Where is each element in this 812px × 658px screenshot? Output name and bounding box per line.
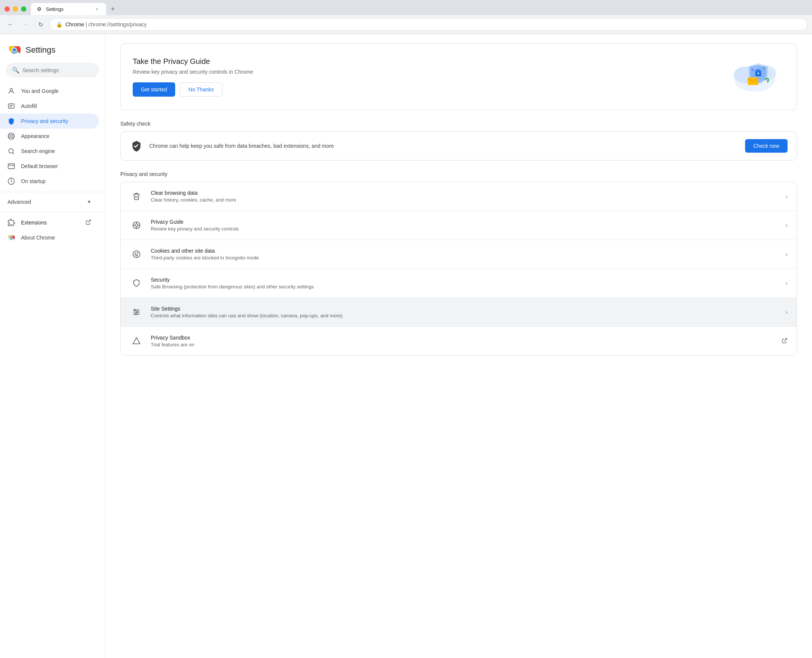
extensions-icon bbox=[8, 219, 15, 226]
new-tab-button[interactable]: + bbox=[108, 4, 118, 14]
svg-point-45 bbox=[135, 255, 135, 255]
svg-point-37 bbox=[135, 224, 138, 226]
chrome-logo-icon bbox=[8, 43, 21, 57]
check-now-button[interactable]: Check now bbox=[745, 139, 788, 153]
reload-button[interactable]: ↻ bbox=[34, 19, 47, 30]
sidebar-item-label: Privacy and security bbox=[21, 118, 68, 124]
svg-line-14 bbox=[9, 138, 10, 138]
security-shield-icon bbox=[130, 276, 143, 290]
chevron-right-icon: › bbox=[786, 251, 788, 257]
svg-point-42 bbox=[133, 251, 140, 258]
sidebar-item-default-browser[interactable]: Default browser bbox=[0, 159, 99, 174]
item-subtitle: Review key privacy and security controls bbox=[151, 226, 778, 232]
nav-divider-2 bbox=[0, 212, 105, 212]
back-button[interactable]: ← bbox=[5, 19, 17, 30]
chevron-right-icon: › bbox=[786, 280, 788, 286]
sidebar-item-label: Search engine bbox=[21, 148, 55, 154]
about-chrome-icon bbox=[8, 234, 15, 241]
sandbox-icon bbox=[130, 334, 143, 348]
item-text: Clear browsing data Clear history, cooki… bbox=[151, 190, 778, 203]
main-content: Take the Privacy Guide Review key privac… bbox=[105, 34, 812, 658]
settings-item-privacy-guide[interactable]: Privacy Guide Review key privacy and sec… bbox=[120, 211, 796, 240]
privacy-guide-banner: Take the Privacy Guide Review key privac… bbox=[120, 43, 797, 110]
item-text: Security Safe Browsing (protection from … bbox=[151, 277, 778, 290]
sidebar-item-search-engine[interactable]: Search engine bbox=[0, 144, 99, 159]
safety-check-card: Chrome can help keep you safe from data … bbox=[120, 131, 797, 161]
window-maximize-button[interactable] bbox=[21, 6, 26, 12]
startup-icon bbox=[8, 177, 15, 185]
item-text: Site Settings Controls what information … bbox=[151, 306, 778, 318]
chevron-right-icon: › bbox=[786, 193, 788, 199]
settings-item-clear-browsing-data[interactable]: Clear browsing data Clear history, cooki… bbox=[120, 182, 796, 211]
svg-point-33 bbox=[751, 69, 754, 71]
privacy-guide-illustration bbox=[724, 54, 785, 99]
sidebar-item-appearance[interactable]: Appearance bbox=[0, 128, 99, 144]
settings-item-privacy-sandbox[interactable]: Privacy Sandbox Trial features are on bbox=[120, 327, 796, 355]
sidebar-item-on-startup[interactable]: On startup bbox=[0, 174, 99, 189]
address-bar[interactable]: 🔒 Chrome | chrome://settings/privacy bbox=[50, 18, 807, 31]
safety-shield-icon bbox=[130, 139, 143, 153]
settings-item-cookies[interactable]: Cookies and other site data Third-party … bbox=[120, 240, 796, 269]
svg-rect-5 bbox=[9, 104, 14, 108]
svg-point-16 bbox=[9, 149, 13, 153]
svg-point-43 bbox=[135, 253, 136, 254]
item-subtitle: Third-party cookies are blocked in Incog… bbox=[151, 255, 778, 260]
privacy-guide-icon bbox=[130, 218, 143, 232]
svg-line-10 bbox=[9, 134, 10, 135]
item-subtitle: Clear history, cookies, cache, and more bbox=[151, 197, 778, 203]
item-subtitle: Safe Browsing (protection from dangerous… bbox=[151, 284, 778, 290]
window-close-button[interactable] bbox=[5, 6, 10, 12]
settings-item-site-settings[interactable]: Site Settings Controls what information … bbox=[120, 298, 796, 327]
sidebar-item-extensions[interactable]: Extensions bbox=[0, 215, 99, 230]
sidebar-header: Settings bbox=[0, 40, 105, 63]
safety-check-left: Chrome can help keep you safe from data … bbox=[130, 139, 334, 153]
settings-item-security[interactable]: Security Safe Browsing (protection from … bbox=[120, 269, 796, 298]
item-text: Privacy Sandbox Trial features are on bbox=[151, 335, 774, 348]
chevron-right-icon: › bbox=[786, 222, 788, 228]
advanced-section[interactable]: Advanced ▼ bbox=[0, 195, 99, 209]
card-title: Take the Privacy Guide bbox=[133, 57, 724, 66]
item-title: Security bbox=[151, 277, 778, 283]
sidebar-item-label: On startup bbox=[21, 178, 45, 184]
window-minimize-button[interactable] bbox=[13, 6, 18, 12]
cookie-icon bbox=[130, 248, 143, 261]
sidebar-item-about-chrome[interactable]: About Chrome bbox=[0, 230, 99, 245]
active-tab[interactable]: ⚙ Settings × bbox=[31, 3, 106, 15]
sidebar: Settings 🔍 You and Google Autofill Priva… bbox=[0, 34, 105, 658]
svg-line-11 bbox=[13, 138, 14, 138]
svg-line-22 bbox=[88, 220, 91, 222]
tab-close-button[interactable]: × bbox=[94, 6, 100, 12]
item-text: Privacy Guide Review key privacy and sec… bbox=[151, 219, 778, 232]
forward-button[interactable]: → bbox=[20, 19, 31, 30]
sidebar-item-label: Default browser bbox=[21, 163, 58, 169]
no-thanks-button[interactable]: No Thanks bbox=[180, 82, 222, 97]
site-settings-icon bbox=[130, 306, 143, 319]
browser-toolbar: ← → ↻ 🔒 Chrome | chrome://settings/priva… bbox=[0, 15, 812, 34]
item-text: Cookies and other site data Third-party … bbox=[151, 248, 778, 260]
svg-point-44 bbox=[137, 252, 138, 253]
sidebar-item-privacy-and-security[interactable]: Privacy and security bbox=[0, 114, 99, 128]
svg-point-46 bbox=[137, 255, 138, 255]
tab-favicon: ⚙ bbox=[37, 6, 43, 12]
sidebar-search[interactable]: 🔍 bbox=[6, 63, 99, 77]
extensions-label: Extensions bbox=[21, 219, 47, 226]
get-started-button[interactable]: Get started bbox=[133, 82, 175, 97]
address-security-icon: 🔒 bbox=[56, 22, 63, 27]
person-icon bbox=[8, 87, 15, 95]
svg-point-31 bbox=[757, 72, 759, 74]
advanced-arrow-icon: ▼ bbox=[87, 199, 91, 205]
search-nav-icon bbox=[8, 147, 15, 155]
item-title: Privacy Sandbox bbox=[151, 335, 774, 341]
item-title: Privacy Guide bbox=[151, 219, 778, 225]
sidebar-title: Settings bbox=[25, 45, 56, 55]
svg-line-15 bbox=[13, 134, 14, 135]
search-input[interactable] bbox=[23, 67, 93, 73]
sidebar-item-you-and-google[interactable]: You and Google bbox=[0, 83, 99, 99]
external-link-icon bbox=[782, 338, 788, 345]
sidebar-item-label: About Chrome bbox=[21, 235, 55, 241]
svg-point-3 bbox=[13, 48, 16, 52]
svg-point-9 bbox=[10, 135, 13, 138]
sidebar-item-autofill[interactable]: Autofill bbox=[0, 99, 99, 114]
svg-point-51 bbox=[134, 309, 136, 311]
card-actions: Get started No Thanks bbox=[133, 82, 724, 97]
